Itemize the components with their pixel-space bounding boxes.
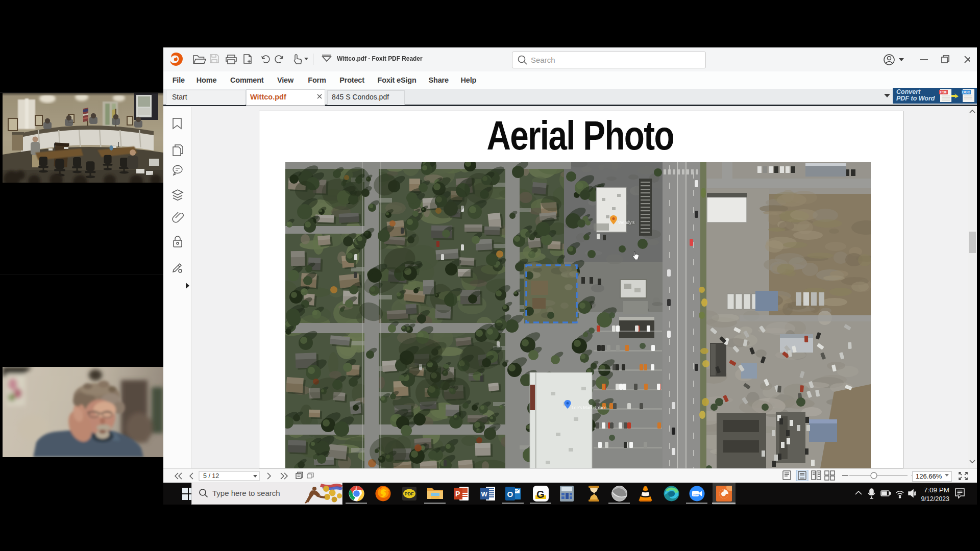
svg-text:Lee's Marketplace: Lee's Marketplace: [572, 405, 607, 410]
svg-text:DOC: DOC: [962, 90, 970, 94]
svg-text:zoom: zoom: [693, 493, 700, 496]
svg-text:O: O: [507, 490, 513, 498]
svg-text:PDF: PDF: [405, 491, 414, 496]
svg-text:G: G: [536, 489, 545, 500]
svg-text:5 / 12: 5 / 12: [203, 472, 219, 480]
svg-text:PDF: PDF: [940, 90, 948, 94]
svg-text:W: W: [481, 490, 488, 498]
svg-text:P: P: [455, 490, 460, 498]
svg-text:Wendy's: Wendy's: [618, 220, 634, 225]
